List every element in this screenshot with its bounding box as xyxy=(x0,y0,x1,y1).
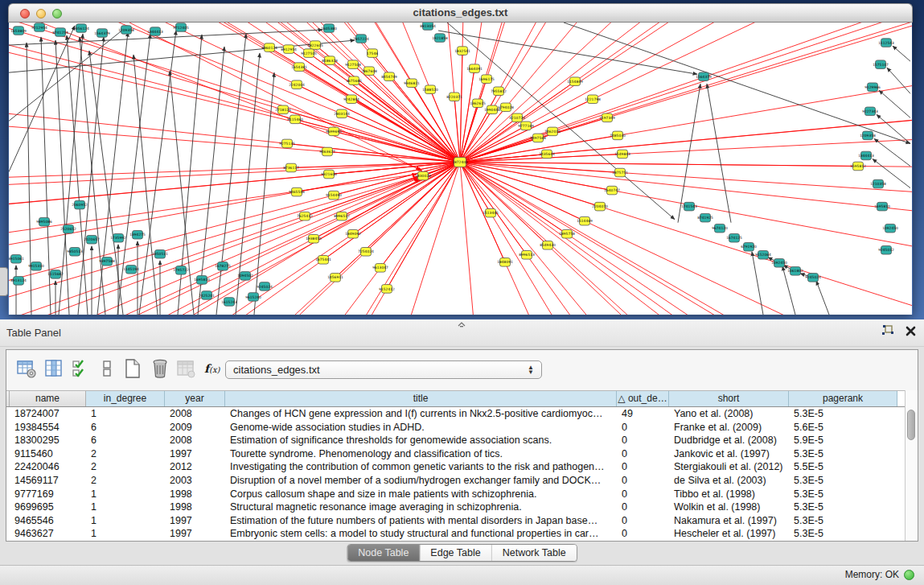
cell-year[interactable]: 2008 xyxy=(165,434,225,447)
table-row[interactable]: 977716911998Corpus callosum shape and si… xyxy=(6,488,906,501)
table-row[interactable]: 1456911722003Disruption of a novel membe… xyxy=(6,474,906,488)
function-builder-icon[interactable]: f (x) xyxy=(203,358,224,379)
cell-title[interactable]: Estimation of the future numbers of pati… xyxy=(225,514,617,528)
cell-short[interactable]: de Silva et al. (2003) xyxy=(669,474,789,488)
cell-name[interactable]: 22420046 xyxy=(10,460,86,474)
select-column-icon[interactable] xyxy=(43,358,64,379)
cell-short[interactable]: Franke et al. (2009) xyxy=(669,421,789,435)
table-row[interactable]: 911546021997Tourette syndrome. Phenomeno… xyxy=(6,447,906,461)
table-row[interactable]: 1938455462009Genome-wide association stu… xyxy=(6,421,906,435)
cell-year[interactable]: 1997 xyxy=(165,514,225,528)
cell-name[interactable]: 9115460 xyxy=(10,447,86,461)
column-header-out_de[interactable]: △ out_de… xyxy=(617,391,669,406)
splitter-grip-icon[interactable] xyxy=(458,322,466,328)
cell-short[interactable]: Tibbo et al. (1998) xyxy=(669,488,789,501)
zoom-window-icon[interactable] xyxy=(52,9,62,19)
cell-year[interactable]: 1997 xyxy=(165,447,225,461)
cell-in_degree[interactable]: 1 xyxy=(86,527,165,541)
cell-title[interactable]: Genome-wide association studies in ADHD. xyxy=(225,421,617,435)
cell-year[interactable]: 2012 xyxy=(165,460,225,474)
cell-name[interactable]: 9465546 xyxy=(10,514,86,528)
table-scrollbar-thumb[interactable] xyxy=(907,410,915,440)
cell-in_degree[interactable]: 1 xyxy=(86,407,165,421)
table-scrollbar[interactable] xyxy=(905,390,917,541)
cell-name[interactable]: 9699695 xyxy=(10,501,86,514)
column-header-pagerank[interactable]: pagerank xyxy=(789,391,897,406)
cell-out_de[interactable]: 0 xyxy=(617,501,669,514)
cell-pagerank[interactable]: 5.3E-5 xyxy=(789,514,897,528)
citation-network-graph[interactable]: 1653809921295487412549356124156437912093… xyxy=(9,23,912,315)
network-window[interactable]: citations_edges.txt 16538099212954874125… xyxy=(8,3,913,315)
cell-in_degree[interactable]: 1 xyxy=(86,501,165,514)
cell-short[interactable]: Stergiakouli et al. (2012) xyxy=(669,460,789,474)
cell-out_de[interactable]: 0 xyxy=(617,488,669,501)
table-settings-icon[interactable] xyxy=(16,358,37,379)
cell-title[interactable]: Tourette syndrome. Phenomenology and cla… xyxy=(225,447,617,461)
tab-edge-table[interactable]: Edge Table xyxy=(419,545,491,561)
column-header-year[interactable]: year xyxy=(165,391,225,406)
new-document-icon[interactable] xyxy=(122,358,143,379)
network-canvas[interactable]: 1653809921295487412549356124156437912093… xyxy=(9,23,912,315)
cell-out_de[interactable]: 0 xyxy=(617,527,669,541)
cell-out_de[interactable]: 49 xyxy=(617,407,669,421)
cell-year[interactable]: 2008 xyxy=(165,407,225,421)
cell-short[interactable]: Jankovic et al. (1997) xyxy=(669,447,789,461)
table-row[interactable]: 1872400712008Changes of HCN gene express… xyxy=(6,407,906,421)
cell-in_degree[interactable]: 2 xyxy=(86,460,165,474)
column-header-name[interactable]: name xyxy=(10,391,86,406)
cell-pagerank[interactable]: 5.3E-5 xyxy=(789,501,897,514)
clear-selection-icon[interactable] xyxy=(97,358,117,379)
cell-pagerank[interactable]: 5.3E-5 xyxy=(789,447,897,461)
cell-year[interactable]: 2009 xyxy=(165,421,225,435)
cell-pagerank[interactable]: 5.9E-5 xyxy=(789,434,897,447)
cell-title[interactable]: Investigating the contribution of common… xyxy=(225,460,617,474)
cell-out_de[interactable]: 0 xyxy=(617,421,669,435)
float-panel-icon[interactable] xyxy=(881,325,894,336)
cell-pagerank[interactable]: 5.6E-5 xyxy=(789,421,897,435)
column-header-title[interactable]: title xyxy=(225,391,617,406)
table-row[interactable]: 969969511998Structural magnetic resonanc… xyxy=(6,501,906,514)
cell-out_de[interactable]: 0 xyxy=(617,514,669,528)
cell-out_de[interactable]: 0 xyxy=(617,447,669,461)
cell-in_degree[interactable]: 6 xyxy=(86,434,165,447)
cell-title[interactable]: Embryonic stem cells: a model to study s… xyxy=(225,527,617,541)
column-header-short[interactable]: short xyxy=(669,391,789,406)
cell-pagerank[interactable]: 5.5E-5 xyxy=(789,460,897,474)
cell-in_degree[interactable]: 2 xyxy=(86,447,165,461)
cell-name[interactable]: 18724007 xyxy=(10,407,86,421)
cell-year[interactable]: 1998 xyxy=(165,501,225,514)
cell-title[interactable]: Estimation of significance thresholds fo… xyxy=(225,434,617,447)
close-panel-icon[interactable] xyxy=(906,326,916,336)
cell-name[interactable]: 14569117 xyxy=(10,474,86,488)
column-header-in_degree[interactable]: in_degree xyxy=(86,391,165,406)
cell-in_degree[interactable]: 1 xyxy=(86,514,165,528)
cell-short[interactable]: Nakamura et al. (1997) xyxy=(669,514,789,528)
cell-pagerank[interactable]: 5.3E-5 xyxy=(789,474,897,488)
cell-title[interactable]: Disruption of a novel member of a sodium… xyxy=(225,474,617,488)
close-window-icon[interactable] xyxy=(20,9,30,19)
control-panel-collapsed-handle[interactable] xyxy=(0,267,8,296)
cell-in_degree[interactable]: 2 xyxy=(86,474,165,488)
cell-short[interactable]: Yano et al. (2008) xyxy=(669,407,789,421)
cell-short[interactable]: Hescheler et al. (1997) xyxy=(669,527,789,541)
select-all-icon[interactable] xyxy=(71,358,92,379)
tab-node-table[interactable]: Node Table xyxy=(347,545,419,561)
cell-year[interactable]: 1997 xyxy=(165,527,225,541)
table-row[interactable]: 946554611997Estimation of the future num… xyxy=(6,514,906,528)
cell-pagerank[interactable]: 5.3E-5 xyxy=(789,527,897,541)
table-row[interactable]: 2242004622012Investigating the contribut… xyxy=(6,460,906,474)
delete-table-icon[interactable] xyxy=(175,358,196,379)
network-window-titlebar[interactable]: citations_edges.txt xyxy=(8,3,913,23)
cell-out_de[interactable]: 0 xyxy=(617,474,669,488)
cell-year[interactable]: 1998 xyxy=(165,488,225,501)
table-row[interactable]: 1830029562008Estimation of significance … xyxy=(6,434,906,447)
cell-name[interactable]: 9777169 xyxy=(10,488,86,501)
cell-in_degree[interactable]: 6 xyxy=(86,421,165,435)
cell-pagerank[interactable]: 5.3E-5 xyxy=(789,488,897,501)
cell-year[interactable]: 2003 xyxy=(165,474,225,488)
cell-out_de[interactable]: 0 xyxy=(617,434,669,447)
minimize-window-icon[interactable] xyxy=(36,9,46,19)
cell-title[interactable]: Changes of HCN gene expression and I(f) … xyxy=(225,407,617,421)
cell-short[interactable]: Dudbridge et al. (2008) xyxy=(669,434,789,447)
cell-in_degree[interactable]: 1 xyxy=(86,488,165,501)
